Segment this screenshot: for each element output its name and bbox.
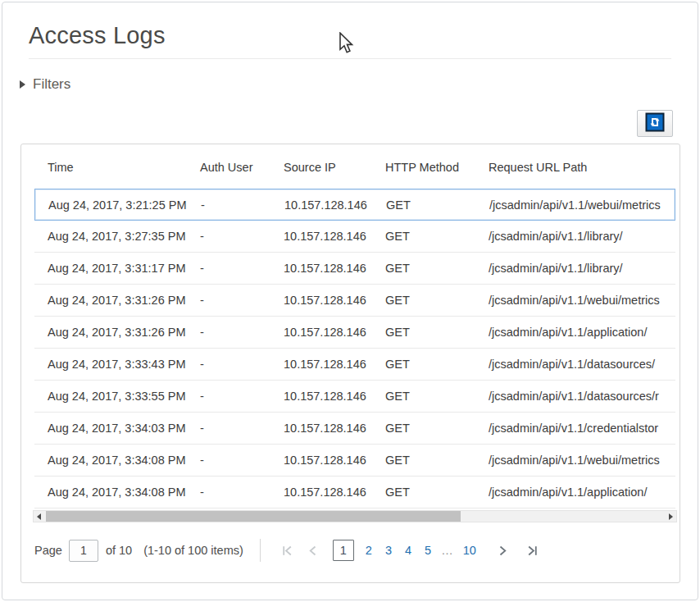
title-divider (29, 58, 671, 59)
cell-http-method: GET (385, 445, 410, 476)
cell-time: Aug 24, 2017, 3:34:03 PM (48, 413, 186, 444)
cell-request-url: /jcsadmin/api/v1.1/library/ (489, 253, 674, 284)
table-row[interactable]: Aug 24, 2017, 3:27:35 PM - 10.157.128.14… (34, 221, 675, 253)
cell-source-ip: 10.157.128.146 (284, 317, 366, 348)
cell-request-url: /jcsadmin/api/v1.1/webui/metrics (489, 445, 674, 476)
cell-time: Aug 24, 2017, 3:34:08 PM (48, 445, 186, 476)
cell-auth-user: - (201, 189, 205, 221)
first-page-icon[interactable] (279, 541, 297, 559)
pagination-bar: Page of 10 (1-10 of 100 items) 1 2 3 4 5… (34, 536, 675, 564)
table-row[interactable]: Aug 24, 2017, 3:31:26 PM - 10.157.128.14… (34, 285, 675, 317)
cell-auth-user: - (200, 317, 204, 348)
table-row[interactable]: Aug 24, 2017, 3:34:08 PM - 10.157.128.14… (34, 445, 675, 477)
scrollbar-track[interactable] (44, 511, 666, 522)
cell-http-method: GET (385, 381, 410, 412)
cell-request-url: /jcsadmin/api/v1.1/application/ (489, 477, 674, 508)
column-header-http-method[interactable]: HTTP Method (385, 161, 459, 174)
cell-http-method: GET (385, 349, 410, 380)
horizontal-scrollbar[interactable] (33, 510, 677, 522)
cell-time: Aug 24, 2017, 3:27:35 PM (48, 221, 186, 252)
cell-auth-user: - (200, 413, 204, 444)
cell-http-method: GET (385, 221, 410, 252)
cell-time: Aug 24, 2017, 3:33:43 PM (48, 349, 186, 380)
cell-time: Aug 24, 2017, 3:21:25 PM (48, 189, 187, 221)
cell-source-ip: 10.157.128.146 (284, 189, 367, 221)
cell-time: Aug 24, 2017, 3:34:08 PM (48, 477, 186, 508)
cell-auth-user: - (200, 253, 204, 284)
page-link[interactable]: 2 (366, 544, 372, 557)
scrollbar-thumb[interactable] (46, 511, 461, 522)
cell-auth-user: - (200, 221, 204, 252)
refresh-icon (645, 112, 665, 135)
cell-request-url: /jcsadmin/api/v1.1/datasources/r (489, 381, 674, 412)
table-row[interactable]: Aug 24, 2017, 3:31:17 PM - 10.157.128.14… (34, 253, 675, 285)
table-row[interactable]: Aug 24, 2017, 3:34:03 PM - 10.157.128.14… (34, 413, 675, 445)
cell-http-method: GET (385, 253, 410, 284)
column-header-source-ip[interactable]: Source IP (284, 161, 336, 174)
cell-auth-user: - (200, 285, 204, 316)
page-label: Page (34, 544, 62, 557)
cell-source-ip: 10.157.128.146 (284, 477, 366, 508)
cell-request-url: /jcsadmin/api/v1.1/credentialstor (489, 413, 674, 444)
scroll-left-icon[interactable] (34, 511, 44, 522)
filters-label: Filters (33, 76, 70, 93)
table-row[interactable]: Aug 24, 2017, 3:33:43 PM - 10.157.128.14… (34, 349, 675, 381)
cell-source-ip: 10.157.128.146 (284, 381, 366, 412)
page-title: Access Logs (29, 22, 166, 49)
cell-request-url: /jcsadmin/api/v1.1/application/ (489, 317, 674, 348)
cell-http-method: GET (385, 477, 410, 508)
cell-request-url: /jcsadmin/api/v1.1/library/ (489, 221, 674, 252)
column-header-request-url[interactable]: Request URL Path (489, 161, 587, 174)
table-header: Time Auth User Source IP HTTP Method Req… (34, 144, 675, 189)
cell-auth-user: - (200, 349, 204, 380)
filters-toggle[interactable]: Filters (20, 76, 70, 93)
cell-time: Aug 24, 2017, 3:33:55 PM (48, 381, 186, 412)
cell-source-ip: 10.157.128.146 (284, 285, 366, 316)
cell-source-ip: 10.157.128.146 (284, 221, 366, 252)
page-link[interactable]: 4 (405, 544, 411, 557)
cell-http-method: GET (385, 413, 410, 444)
page-link[interactable]: 5 (425, 544, 431, 557)
table-row[interactable]: Aug 24, 2017, 3:31:26 PM - 10.157.128.14… (34, 317, 675, 349)
next-page-icon[interactable] (494, 541, 512, 559)
page-link[interactable]: 3 (385, 544, 392, 557)
cell-time: Aug 24, 2017, 3:31:17 PM (48, 253, 186, 284)
access-logs-page: { "page": { "title": "Access Logs" }, "f… (0, 0, 700, 602)
cell-request-url: /jcsadmin/api/v1.1/datasources/ (489, 349, 674, 380)
page-of-text: of 10 (106, 544, 132, 557)
triangle-right-icon (20, 80, 25, 89)
last-page-icon[interactable] (524, 541, 542, 559)
cell-http-method: GET (385, 317, 410, 348)
previous-page-icon[interactable] (303, 541, 321, 559)
cell-auth-user: - (200, 445, 204, 476)
cell-auth-user: - (200, 381, 204, 412)
column-header-time[interactable]: Time (48, 161, 74, 174)
table-row[interactable]: Aug 24, 2017, 3:34:08 PM - 10.157.128.14… (34, 477, 675, 509)
access-logs-table-card: Time Auth User Source IP HTTP Method Req… (20, 144, 680, 583)
refresh-button[interactable] (637, 110, 673, 137)
column-header-auth-user[interactable]: Auth User (200, 161, 252, 174)
cell-source-ip: 10.157.128.146 (284, 413, 366, 444)
cell-http-method: GET (385, 285, 410, 316)
cell-request-url: /jcsadmin/api/v1.1/webui/metrics (489, 189, 673, 221)
pagination-divider (260, 539, 261, 562)
page-ellipsis: … (441, 544, 453, 557)
cell-http-method: GET (386, 189, 411, 221)
page-link-last[interactable]: 10 (463, 544, 476, 557)
table-row[interactable]: Aug 24, 2017, 3:21:25 PM - 10.157.128.14… (34, 189, 675, 221)
cell-request-url: /jcsadmin/api/v1.1/webui/metrics (489, 285, 674, 316)
table-row[interactable]: Aug 24, 2017, 3:33:55 PM - 10.157.128.14… (34, 381, 675, 413)
items-summary: (1-10 of 100 items) (143, 544, 243, 557)
cell-time: Aug 24, 2017, 3:31:26 PM (48, 317, 186, 348)
table-body: Aug 24, 2017, 3:21:25 PM - 10.157.128.14… (34, 189, 675, 509)
cell-source-ip: 10.157.128.146 (284, 253, 366, 284)
page-number-input[interactable] (69, 540, 98, 562)
cell-source-ip: 10.157.128.146 (284, 445, 366, 476)
page-link-current[interactable]: 1 (333, 540, 354, 561)
cell-auth-user: - (200, 477, 204, 508)
cell-time: Aug 24, 2017, 3:31:26 PM (48, 285, 186, 316)
cell-source-ip: 10.157.128.146 (284, 349, 366, 380)
scroll-right-icon[interactable] (666, 511, 676, 522)
